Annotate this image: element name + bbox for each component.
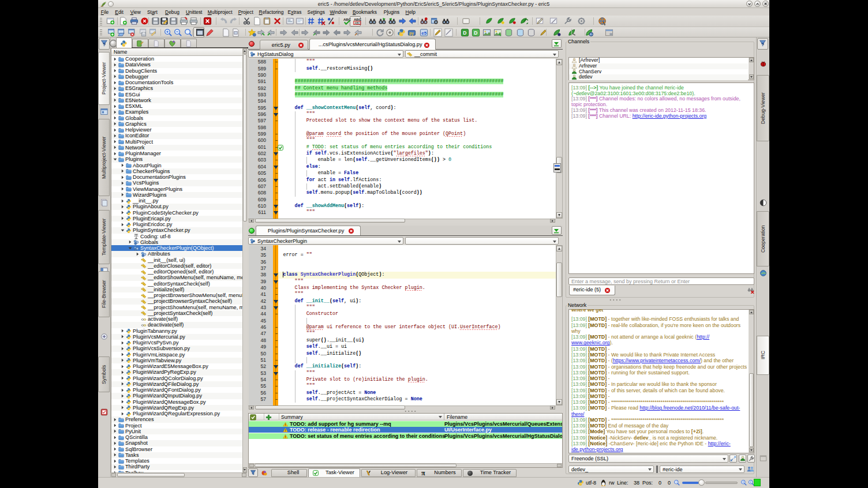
svg-text:ABC: ABC xyxy=(343,17,351,21)
svg-text:ABC: ABC xyxy=(354,17,362,21)
svg-text:e5: e5 xyxy=(421,30,426,35)
svg-text:py: py xyxy=(409,31,414,35)
svg-text:ABC: ABC xyxy=(354,22,360,25)
svg-text:D: D xyxy=(474,29,477,35)
svg-text:D: D xyxy=(463,29,466,35)
